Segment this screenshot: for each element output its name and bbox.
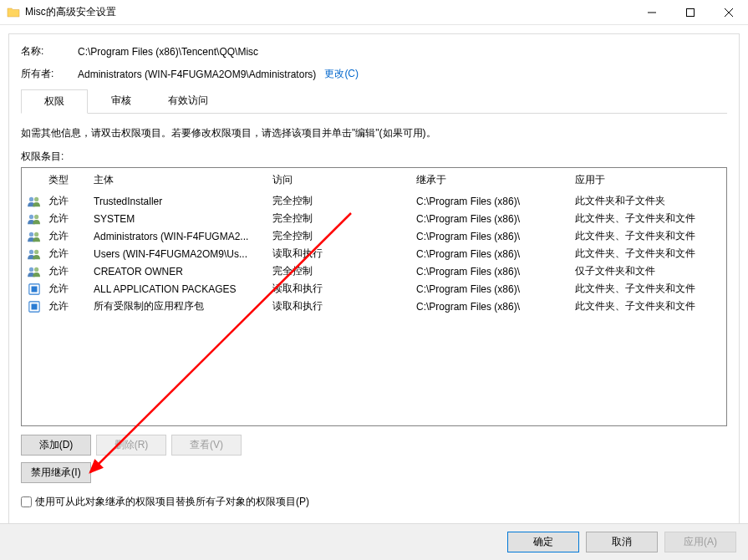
users-icon xyxy=(27,196,48,207)
svg-point-13 xyxy=(34,267,38,271)
list-buttons: 添加(D) 删除(R) 查看(V) xyxy=(21,435,727,456)
cell-inherited: C:\Program Files (x86)\ xyxy=(416,266,575,277)
cell-type: 允许 xyxy=(48,282,94,296)
col-type[interactable]: 类型 xyxy=(48,173,94,187)
view-button: 查看(V) xyxy=(171,435,242,456)
svg-rect-15 xyxy=(32,286,38,292)
svg-rect-17 xyxy=(32,303,38,309)
cell-type: 允许 xyxy=(48,194,94,208)
replace-children-label: 使用可从此对象继承的权限项目替换所有子对象的权限项目(P) xyxy=(35,495,309,509)
name-label: 名称: xyxy=(21,44,78,59)
cell-inherited: C:\Program Files (x86)\ xyxy=(416,231,575,242)
list-item[interactable]: 允许CREATOR OWNER完全控制C:\Program Files (x86… xyxy=(22,262,726,280)
col-inherited[interactable]: 继承于 xyxy=(416,173,575,187)
cell-type: 允许 xyxy=(48,299,94,313)
cell-access: 读取和执行 xyxy=(272,299,416,313)
owner-row: 所有者: Administrators (WIN-F4FUGMA2OM9\Adm… xyxy=(21,67,727,81)
permission-list[interactable]: 类型 主体 访问 继承于 应用于 允许TrustedInstaller完全控制C… xyxy=(21,167,727,426)
list-label: 权限条目: xyxy=(21,150,727,164)
cell-principal: 所有受限制的应用程序包 xyxy=(94,299,272,313)
replace-children-checkbox[interactable] xyxy=(21,496,32,507)
cell-type: 允许 xyxy=(48,264,94,278)
tab-permissions[interactable]: 权限 xyxy=(21,89,88,114)
users-icon xyxy=(27,248,48,260)
owner-label: 所有者: xyxy=(21,67,78,81)
folder-icon xyxy=(7,6,20,19)
users-icon xyxy=(27,213,48,225)
apply-button: 应用(A) xyxy=(664,532,736,552)
col-principal[interactable]: 主体 xyxy=(94,173,272,187)
cell-applies: 此文件夹和子文件夹 xyxy=(575,194,726,208)
titlebar: Misc的高级安全设置 xyxy=(0,0,748,25)
minimize-button[interactable] xyxy=(633,0,671,25)
cell-access: 完全控制 xyxy=(272,229,416,243)
list-header: 类型 主体 访问 继承于 应用于 xyxy=(22,168,726,192)
svg-point-5 xyxy=(34,196,38,201)
users-icon xyxy=(27,266,48,277)
package-icon xyxy=(27,283,48,295)
svg-point-12 xyxy=(29,267,33,271)
tab-audit[interactable]: 审核 xyxy=(88,89,155,113)
list-item[interactable]: 允许TrustedInstaller完全控制C:\Program Files (… xyxy=(22,192,726,210)
dialog-body: 名称: C:\Program Files (x86)\Tencent\QQ\Mi… xyxy=(8,33,740,542)
package-icon xyxy=(27,301,48,313)
cell-access: 完全控制 xyxy=(272,211,416,226)
cell-type: 允许 xyxy=(48,247,94,261)
cell-access: 完全控制 xyxy=(272,194,416,208)
cell-applies: 此文件夹、子文件夹和文件 xyxy=(575,299,726,313)
add-button[interactable]: 添加(D) xyxy=(21,435,91,456)
cell-inherited: C:\Program Files (x86)\ xyxy=(416,213,575,225)
cell-principal: SYSTEM xyxy=(94,213,272,225)
svg-point-4 xyxy=(29,196,33,201)
cell-inherited: C:\Program Files (x86)\ xyxy=(416,196,575,207)
cell-access: 读取和执行 xyxy=(272,282,416,296)
cell-inherited: C:\Program Files (x86)\ xyxy=(416,301,575,313)
disable-inherit-button[interactable]: 禁用继承(I) xyxy=(21,462,91,483)
col-access[interactable]: 访问 xyxy=(272,173,416,187)
list-item[interactable]: 允许Administrators (WIN-F4FUGMA2...完全控制C:\… xyxy=(22,227,726,245)
col-applies[interactable]: 应用于 xyxy=(575,173,726,187)
cell-principal: TrustedInstaller xyxy=(94,196,272,207)
cell-type: 允许 xyxy=(48,229,94,243)
svg-point-9 xyxy=(34,232,38,236)
svg-rect-1 xyxy=(687,9,695,17)
svg-point-7 xyxy=(34,214,38,218)
name-row: 名称: C:\Program Files (x86)\Tencent\QQ\Mi… xyxy=(21,44,727,59)
list-item[interactable]: 允许ALL APPLICATION PACKAGES读取和执行C:\Progra… xyxy=(22,280,726,298)
cell-inherited: C:\Program Files (x86)\ xyxy=(416,248,575,260)
users-icon xyxy=(27,231,48,242)
window-controls xyxy=(633,0,748,24)
ok-button[interactable]: 确定 xyxy=(507,532,579,552)
remove-button: 删除(R) xyxy=(96,435,166,456)
list-item[interactable]: 允许Users (WIN-F4FUGMA2OM9\Us...读取和执行C:\Pr… xyxy=(22,245,726,262)
svg-point-11 xyxy=(34,249,38,253)
cell-applies: 仅子文件夹和文件 xyxy=(575,264,726,278)
cell-inherited: C:\Program Files (x86)\ xyxy=(416,283,575,295)
cell-principal: CREATOR OWNER xyxy=(94,266,272,277)
cell-applies: 此文件夹、子文件夹和文件 xyxy=(575,282,726,296)
cell-type: 允许 xyxy=(48,211,94,226)
cell-access: 读取和执行 xyxy=(272,247,416,261)
replace-children-row: 使用可从此对象继承的权限项目替换所有子对象的权限项目(P) xyxy=(21,495,727,509)
maximize-button[interactable] xyxy=(671,0,710,25)
change-owner-link[interactable]: 更改(C) xyxy=(324,67,359,81)
svg-point-8 xyxy=(29,232,33,236)
cell-principal: Users (WIN-F4FUGMA2OM9\Us... xyxy=(94,248,272,260)
cell-principal: Administrators (WIN-F4FUGMA2... xyxy=(94,231,272,242)
dialog-footer: 确定 取消 应用(A) xyxy=(0,523,748,560)
list-item[interactable]: 允许SYSTEM完全控制C:\Program Files (x86)\此文件夹、… xyxy=(22,210,726,227)
name-value: C:\Program Files (x86)\Tencent\QQ\Misc xyxy=(78,46,258,58)
svg-point-6 xyxy=(29,214,33,218)
cell-applies: 此文件夹、子文件夹和文件 xyxy=(575,247,726,261)
cell-applies: 此文件夹、子文件夹和文件 xyxy=(575,211,726,226)
svg-point-10 xyxy=(29,249,33,253)
cell-principal: ALL APPLICATION PACKAGES xyxy=(94,283,272,295)
cell-access: 完全控制 xyxy=(272,264,416,278)
list-item[interactable]: 允许所有受限制的应用程序包读取和执行C:\Program Files (x86)… xyxy=(22,298,726,315)
window-title: Misc的高级安全设置 xyxy=(25,5,633,19)
hint-text: 如需其他信息，请双击权限项目。若要修改权限项目，请选择该项目并单击"编辑"(如果… xyxy=(21,125,727,141)
tab-effective-access[interactable]: 有效访问 xyxy=(155,89,221,113)
cancel-button[interactable]: 取消 xyxy=(586,532,658,552)
cell-applies: 此文件夹、子文件夹和文件 xyxy=(575,229,726,243)
close-button[interactable] xyxy=(710,0,748,25)
